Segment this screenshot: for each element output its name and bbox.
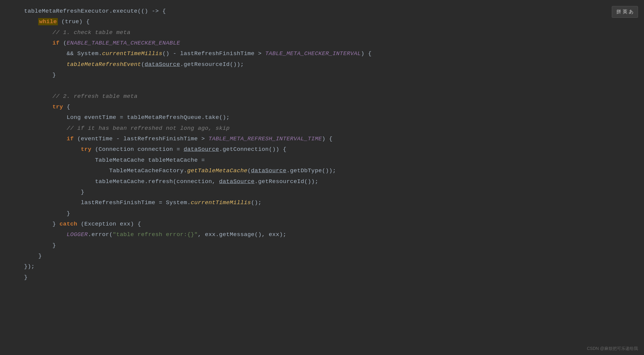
code-line: Long eventTime = tableMetaRefreshQueue.t… (24, 112, 644, 123)
code-line: // if it has bean refreshed not long ago… (24, 123, 644, 134)
code-line (24, 80, 644, 91)
code-line: }); (24, 261, 644, 272)
code-line: tableMetaRefreshEvent(dataSource.getReso… (24, 59, 644, 70)
code-line: && System.currentTimeMillis() - lastRefr… (24, 48, 644, 59)
code-line: lastRefreshFinishTime = System.currentTi… (24, 198, 644, 208)
code-line: tableMetaRefreshExecutor.execute(() -> { (24, 6, 644, 17)
code-line: } (24, 208, 644, 219)
code-line: tableMetaCache.refresh(connection, dataS… (24, 176, 644, 187)
code-line: TableMetaCache tableMetaCache = (24, 155, 644, 166)
toolbar[interactable]: 拼 英 あ (612, 6, 638, 18)
code-line: } (24, 272, 644, 283)
code-line: try { (24, 102, 644, 112)
code-line: } (24, 240, 644, 251)
code-line: } (24, 187, 644, 198)
code-line: } (24, 70, 644, 80)
toolbar-label: 拼 英 あ (616, 9, 633, 15)
code-line: // 1. check table meta (24, 27, 644, 38)
code-line: } catch (Exception exx) { (24, 219, 644, 229)
code-line: TableMetaCacheFactory.getTableMetaCache(… (24, 166, 644, 176)
code-line: if (eventTime - lastRefreshFinishTime > … (24, 134, 644, 144)
code-editor: tableMetaRefreshExecutor.execute(() -> {… (0, 0, 644, 289)
code-line: while (true) { (24, 17, 644, 27)
code-line: } (24, 251, 644, 261)
code-line: if (ENABLE_TABLE_META_CHECKER_ENABLE (24, 38, 644, 48)
watermark: CSDN @麻烦把可乐递给我 (587, 346, 638, 351)
code-line: try (Connection connection = dataSource.… (24, 144, 644, 155)
code-line: // 2. refresh table meta (24, 91, 644, 102)
code-line: LOGGER.error("table refresh error:{}", e… (24, 229, 644, 240)
